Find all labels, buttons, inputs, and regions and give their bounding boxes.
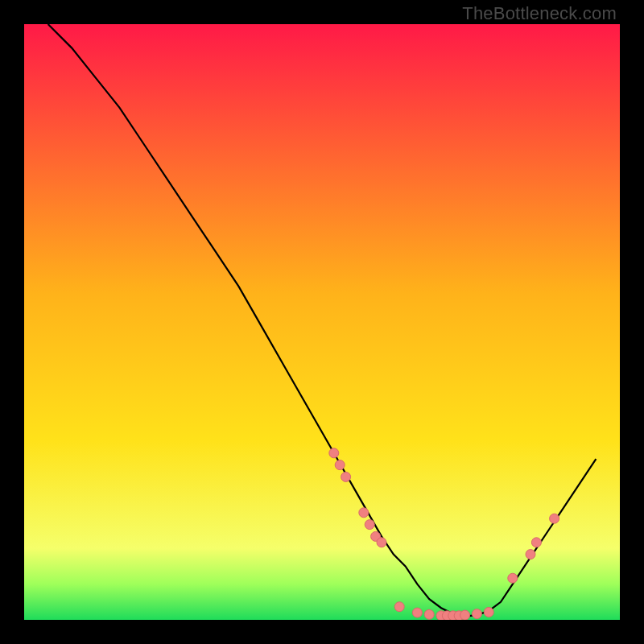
data-point: [365, 520, 374, 530]
data-point: [460, 610, 470, 620]
data-point: [412, 608, 422, 617]
watermark-text: TheBottleneck.com: [462, 3, 617, 24]
data-point: [484, 607, 493, 617]
chart-frame: [24, 24, 620, 620]
data-point: [550, 514, 559, 523]
data-point: [377, 538, 386, 547]
data-point: [329, 448, 339, 458]
data-point: [472, 609, 481, 619]
data-point: [359, 508, 369, 518]
data-point: [424, 609, 434, 619]
plot-background: [24, 24, 620, 620]
data-point: [341, 472, 351, 481]
data-point: [531, 538, 541, 547]
data-point: [526, 550, 535, 559]
chart-svg: [24, 24, 620, 620]
data-point: [394, 602, 404, 612]
data-point: [335, 460, 345, 470]
data-point: [508, 573, 518, 583]
